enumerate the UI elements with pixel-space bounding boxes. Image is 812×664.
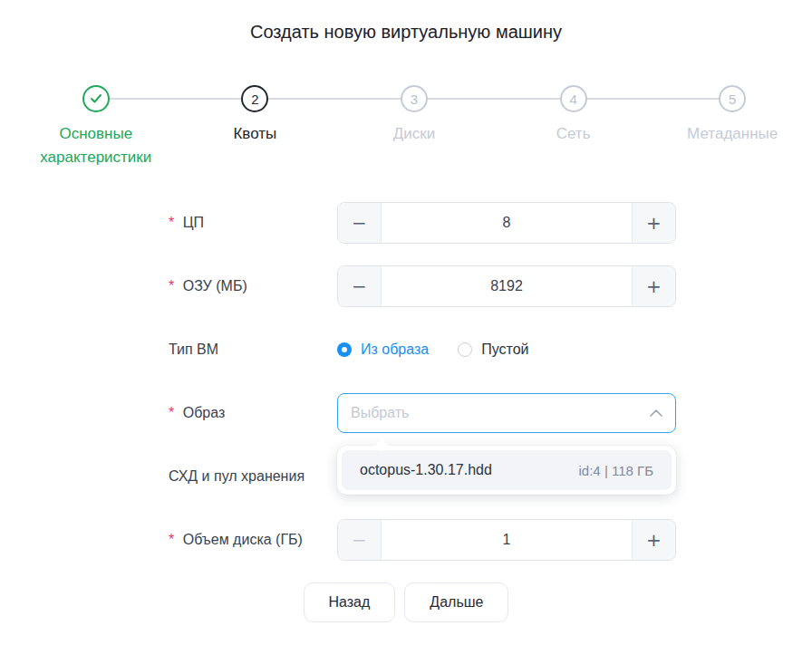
ram-increment-button[interactable]: + xyxy=(632,266,675,306)
required-asterisk: * xyxy=(169,405,174,420)
cpu-decrement-button[interactable]: − xyxy=(338,203,382,243)
ram-input[interactable] xyxy=(382,266,632,306)
disk-size-row: * Объем диска (ГБ) − + xyxy=(169,519,812,561)
check-icon xyxy=(90,93,102,104)
disk-increment-button[interactable]: + xyxy=(632,520,675,560)
stepper-line xyxy=(494,98,560,100)
vm-type-radio-group: Из образа Пустой xyxy=(337,329,676,370)
vm-type-label: Тип ВМ xyxy=(169,342,337,358)
dialog-title: Создать новую виртуальную машину xyxy=(0,0,812,44)
storage-pool-label: СХД и пул хранения xyxy=(169,468,337,485)
ram-label: * ОЗУ (МБ) xyxy=(169,278,337,294)
step-label: Метаданные xyxy=(687,122,778,146)
cpu-row: * ЦП − + xyxy=(169,202,812,244)
cpu-label: * ЦП xyxy=(169,215,337,231)
stepper-line xyxy=(587,98,653,100)
radio-selected-icon xyxy=(337,342,352,357)
step-main-characteristics[interactable]: Основные характеристики xyxy=(16,84,176,169)
image-dropdown-panel: octopus-1.30.17.hdd id:4 | 118 ГБ xyxy=(337,446,676,495)
image-option-name: octopus-1.30.17.hdd xyxy=(360,462,492,478)
stepper-line xyxy=(110,98,176,100)
stepper-line xyxy=(16,98,82,100)
chevron-up-icon xyxy=(650,409,662,417)
ram-row: * ОЗУ (МБ) − + xyxy=(169,265,812,307)
radio-empty[interactable]: Пустой xyxy=(458,342,528,358)
step-disks[interactable]: 3 Диски xyxy=(334,84,494,169)
stepper-line xyxy=(334,98,401,100)
step-label: Сеть xyxy=(556,122,591,146)
disk-size-input[interactable] xyxy=(382,520,632,560)
step-quotas[interactable]: 2 Квоты xyxy=(176,84,335,169)
disk-size-stepper: − + xyxy=(337,519,676,561)
step-metadata[interactable]: 5 Метаданные xyxy=(652,84,812,169)
step-pending-circle: 5 xyxy=(719,85,746,112)
required-asterisk: * xyxy=(169,278,174,294)
ram-stepper: − + xyxy=(337,265,676,307)
cpu-input[interactable] xyxy=(382,203,632,243)
step-label: Квоты xyxy=(233,122,276,146)
radio-label: Из образа xyxy=(361,342,429,358)
next-button[interactable]: Дальше xyxy=(404,582,508,622)
radio-unselected-icon xyxy=(458,342,472,357)
required-asterisk: * xyxy=(169,215,174,230)
step-done-circle xyxy=(82,85,110,112)
image-label: * Образ xyxy=(169,405,337,421)
stepper-line xyxy=(176,98,242,100)
vm-form: * ЦП − + * ОЗУ (МБ) − + Тип ВМ xyxy=(0,202,812,561)
image-option[interactable]: octopus-1.30.17.hdd id:4 | 118 ГБ xyxy=(342,450,672,490)
back-button[interactable]: Назад xyxy=(304,582,396,622)
step-label: Диски xyxy=(393,122,435,146)
select-placeholder: Выбрать xyxy=(351,405,650,421)
image-select[interactable]: Выбрать xyxy=(337,393,676,433)
required-asterisk: * xyxy=(169,532,174,547)
image-option-meta: id:4 | 118 ГБ xyxy=(579,463,653,478)
radio-label: Пустой xyxy=(481,342,528,358)
disk-decrement-button[interactable]: − xyxy=(338,520,382,560)
ram-decrement-button[interactable]: − xyxy=(338,266,382,306)
step-network[interactable]: 4 Сеть xyxy=(494,84,653,169)
stepper-line xyxy=(746,98,812,100)
radio-from-image[interactable]: Из образа xyxy=(337,342,429,358)
wizard-actions: Назад Дальше xyxy=(0,582,812,622)
stepper-line xyxy=(268,98,334,100)
stepper-line xyxy=(652,98,719,100)
disk-size-label: * Объем диска (ГБ) xyxy=(169,532,337,548)
image-row: * Образ Выбрать octopus-1.30.17.hdd id:4… xyxy=(169,392,812,434)
vm-type-row: Тип ВМ Из образа Пустой xyxy=(169,329,812,370)
step-pending-circle: 4 xyxy=(560,85,587,112)
cpu-stepper: − + xyxy=(337,202,676,244)
stepper-line xyxy=(428,98,494,100)
wizard-stepper: Основные характеристики 2 Квоты 3 Диски … xyxy=(0,84,812,169)
cpu-increment-button[interactable]: + xyxy=(632,203,675,243)
step-label: Основные характеристики xyxy=(16,122,176,169)
step-current-circle: 2 xyxy=(241,85,268,112)
step-pending-circle: 3 xyxy=(401,85,428,112)
